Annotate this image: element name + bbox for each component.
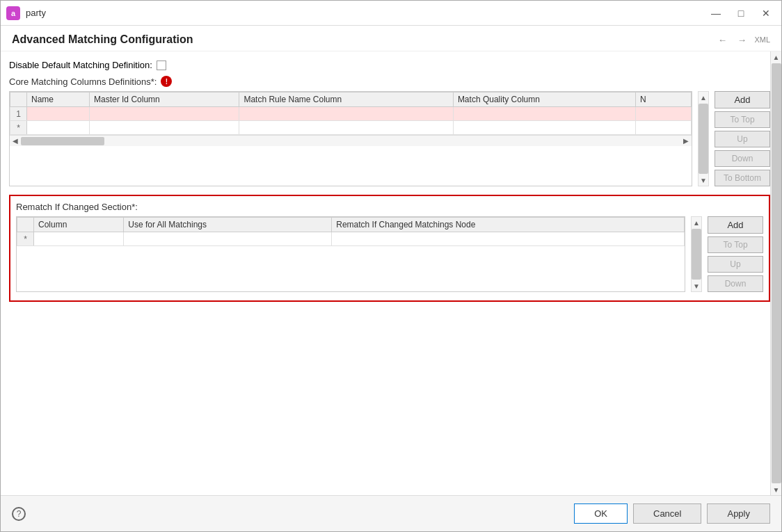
rematch-section: Rematch If Changed Section*: Column Use … — [9, 195, 770, 302]
rematch-buttons: Add To Top Up Down — [708, 216, 763, 292]
minimize-button[interactable]: — — [706, 6, 726, 20]
col-n-header: N — [635, 92, 691, 107]
rematch-add-button[interactable]: Add — [708, 216, 763, 234]
apply-button[interactable]: Apply — [707, 503, 770, 524]
dialog-footer: ? OK Cancel Apply — [1, 495, 781, 531]
core-scroll-down[interactable]: ▼ — [698, 175, 709, 186]
rematch-header-row: Column Use for All Matchings Rematch If … — [17, 218, 685, 232]
main-v-scrollbar[interactable]: ▲ ▼ — [770, 51, 781, 495]
core-to-top-button[interactable]: To Top — [715, 111, 770, 128]
rematch-col-node: Rematch If Changed Matchings Node — [332, 218, 685, 232]
back-icon[interactable]: ← — [714, 33, 731, 47]
rematch-col-val[interactable] — [34, 232, 124, 246]
core-add-button[interactable]: Add — [715, 91, 770, 108]
core-down-button[interactable]: Down — [715, 150, 770, 167]
core-matching-table-container: Name Master Id Column Match Rule Name Co… — [9, 91, 770, 186]
forward-icon[interactable]: → — [733, 33, 750, 47]
h-scroll-left[interactable]: ◀ — [10, 136, 21, 147]
window-title: party — [26, 8, 706, 18]
rematch-scroll-down[interactable]: ▼ — [691, 280, 702, 291]
disable-matching-row: Disable Default Matching Definition: — [9, 60, 770, 70]
app-icon: a — [6, 6, 20, 20]
rematch-table: Column Use for All Matchings Rematch If … — [17, 217, 685, 246]
ok-button[interactable]: OK — [574, 503, 628, 524]
core-matching-error-icon: ! — [161, 76, 172, 87]
main-scroll-down[interactable]: ▼ — [771, 484, 782, 495]
row-1-match-quality[interactable] — [453, 107, 635, 121]
rematch-section-label: Rematch If Changed Section*: — [16, 202, 763, 212]
row-num-header — [10, 92, 27, 107]
col-name-header: Name — [27, 92, 90, 107]
rematch-use-all-val[interactable] — [124, 232, 332, 246]
core-matching-header-row: Name Master Id Column Match Rule Name Co… — [10, 92, 692, 107]
col-match-quality-header: Match Quality Column — [453, 92, 635, 107]
scroll-area: Disable Default Matching Definition: Cor… — [1, 51, 781, 495]
core-matching-grid-scroll[interactable]: Name Master Id Column Match Rule Name Co… — [10, 92, 692, 135]
row-1-n[interactable] — [635, 107, 691, 121]
rematch-col-use-for-all: Use for All Matchings — [124, 218, 332, 232]
rematch-down-button[interactable]: Down — [708, 275, 763, 292]
header-icons: ← → XML — [714, 33, 770, 47]
core-matching-section: Core Matching Columns Definitions*: ! Na… — [9, 76, 770, 186]
rematch-col-column: Column — [34, 218, 124, 232]
rematch-table-container: Column Use for All Matchings Rematch If … — [16, 216, 763, 292]
core-matching-table: Name Master Id Column Match Rule Name Co… — [10, 92, 692, 135]
rematch-row-star: * — [17, 232, 685, 246]
core-h-scrollbar[interactable]: ◀ ▶ — [10, 135, 692, 146]
cancel-button[interactable]: Cancel — [633, 503, 701, 524]
core-row-star: * — [10, 121, 692, 135]
content-panel: Disable Default Matching Definition: Cor… — [1, 51, 770, 495]
titlebar-controls: — □ ✕ — [706, 6, 776, 20]
row-star-name[interactable] — [27, 121, 90, 135]
h-scroll-right[interactable]: ▶ — [680, 136, 692, 147]
main-scroll-thumb[interactable] — [772, 63, 781, 483]
dialog-header: Advanced Matching Configuration ← → XML — [1, 26, 781, 51]
core-v-scrollbar[interactable]: ▲ ▼ — [698, 91, 709, 186]
row-star-master-id[interactable] — [90, 121, 239, 135]
maximize-button[interactable]: □ — [731, 6, 751, 20]
disable-checkbox[interactable] — [157, 61, 166, 70]
rematch-node-val[interactable] — [332, 232, 685, 246]
col-master-id-header: Master Id Column — [90, 92, 239, 107]
rematch-to-top-button[interactable]: To Top — [708, 236, 763, 253]
footer-buttons: OK Cancel Apply — [574, 503, 770, 524]
col-match-rule-header: Match Rule Name Column — [239, 92, 453, 107]
core-up-button[interactable]: Up — [715, 131, 770, 147]
footer-left: ? — [12, 507, 26, 521]
rematch-row-num-star: * — [17, 232, 34, 246]
row-1-name[interactable] — [27, 107, 90, 121]
close-button[interactable]: ✕ — [756, 6, 776, 20]
help-icon[interactable]: ? — [12, 507, 26, 521]
row-star-match-rule[interactable] — [239, 121, 453, 135]
main-scroll-up[interactable]: ▲ — [771, 51, 782, 63]
xml-label: XML — [754, 35, 770, 44]
core-scroll-up[interactable]: ▲ — [698, 92, 709, 103]
h-scroll-track[interactable] — [21, 136, 680, 146]
core-to-bottom-button[interactable]: To Bottom — [715, 170, 770, 186]
row-star-match-quality[interactable] — [453, 121, 635, 135]
rematch-v-scrollbar[interactable]: ▲ ▼ — [691, 216, 702, 292]
rematch-up-button[interactable]: Up — [708, 256, 763, 273]
dialog-title: Advanced Matching Configuration — [12, 33, 193, 46]
core-buttons: Add To Top Up Down To Bottom — [715, 91, 770, 186]
rematch-grid-scroll[interactable]: Column Use for All Matchings Rematch If … — [17, 217, 685, 246]
row-star-n[interactable] — [635, 121, 691, 135]
disable-label: Disable Default Matching Definition: — [9, 60, 152, 70]
core-matching-label: Core Matching Columns Definitions*: ! — [9, 76, 770, 87]
row-num-1: 1 — [10, 107, 27, 121]
rematch-scroll-thumb[interactable] — [692, 229, 701, 280]
row-1-master-id[interactable] — [90, 107, 239, 121]
row-num-star: * — [10, 121, 27, 135]
row-1-match-rule[interactable] — [239, 107, 453, 121]
rematch-row-num-header — [17, 218, 34, 232]
main-window: a party — □ ✕ Advanced Matching Configur… — [0, 0, 782, 532]
core-scroll-thumb[interactable] — [699, 104, 708, 174]
h-scroll-thumb[interactable] — [21, 137, 104, 145]
rematch-scroll-up[interactable]: ▲ — [691, 217, 702, 228]
core-row-1: 1 — [10, 107, 692, 121]
titlebar: a party — □ ✕ — [1, 1, 781, 26]
